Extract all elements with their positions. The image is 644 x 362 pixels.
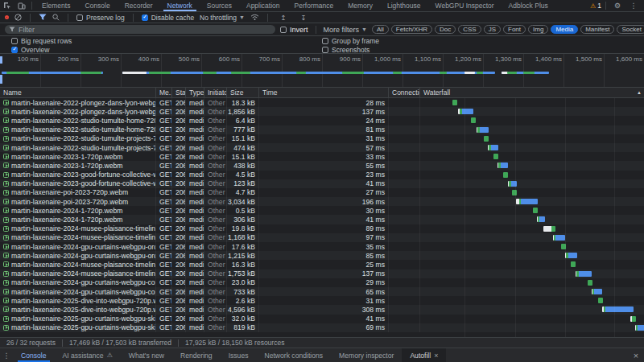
table-row[interactable]: martin-laxenaire-2024-gpu-curtains-webgp… [0, 242, 644, 251]
request-name: martin-laxenaire-2022-studio-tumulte-pro… [11, 134, 156, 142]
table-row[interactable]: martin-laxenaire-2024-1-720p.webmGET206m… [0, 215, 644, 224]
tab-recorder[interactable]: Recorder [118, 0, 160, 11]
network-conditions-icon[interactable] [250, 14, 259, 21]
filter-pill-js[interactable]: JS [484, 25, 501, 34]
table-row[interactable]: martin-laxenaire-2022-studio-tumulte-pro… [0, 143, 644, 152]
preserve-log-checkbox[interactable]: Preserve log [76, 14, 125, 22]
tab-adblock-plus[interactable]: Adblock Plus [502, 0, 555, 11]
table-row[interactable]: martin-laxenaire-2024-1-720p.webmGET206m… [0, 206, 644, 215]
table-row[interactable]: martin-laxenaire-2022-plongez-dans-lyon-… [0, 98, 644, 107]
tab-network[interactable]: Network [160, 0, 200, 11]
overview-checkbox[interactable]: Overview [11, 45, 72, 54]
header-name[interactable]: Name [0, 88, 156, 97]
table-row[interactable]: martin-laxenaire-2023-1-720p.webmGET206m… [0, 161, 644, 170]
table-row[interactable]: martin-laxenaire-2022-plongez-dans-lyon-… [0, 107, 644, 116]
header-connection[interactable]: Connectio... [389, 88, 420, 97]
drawer-more-tabs-icon[interactable]: ⋮ [0, 348, 13, 362]
settings-gear-icon[interactable]: ⚙ [610, 0, 625, 11]
throttling-select[interactable]: No throttling▼ [200, 14, 245, 22]
filter-pill-media[interactable]: Media [551, 25, 578, 34]
header-initiator[interactable]: Initiator [204, 88, 227, 97]
filter-pill-img[interactable]: Img [528, 25, 548, 34]
close-drawer-icon[interactable]: × [628, 348, 644, 362]
record-network-log-icon[interactable] [5, 15, 9, 19]
drawer-tab-console[interactable]: Console [13, 348, 55, 362]
filter-funnel-icon[interactable] [39, 14, 47, 21]
tab-application[interactable]: Application [239, 0, 287, 11]
table-row[interactable]: martin-laxenaire-2025-dive-into-webgpu-7… [0, 305, 644, 314]
drawer-tab-network-conditions[interactable]: Network conditions [256, 348, 331, 362]
filter-pill-socket[interactable]: Socket [617, 25, 644, 34]
inspect-element-icon[interactable] [0, 0, 14, 11]
drawer-tab-autofill[interactable]: Autofill× [402, 348, 446, 362]
header-method[interactable]: Me... [156, 88, 172, 97]
import-har-icon[interactable]: ↥ [276, 12, 291, 23]
screenshots-checkbox[interactable]: Screenshots [322, 45, 379, 54]
drawer-tab-what-s-new[interactable]: What's new [121, 348, 172, 362]
device-toolbar-icon[interactable] [14, 0, 29, 11]
filter-pill-all[interactable]: All [372, 25, 389, 34]
export-har-icon[interactable]: ↧ [296, 12, 311, 23]
table-row[interactable]: martin-laxenaire-2022-studio-tumulte-hom… [0, 116, 644, 125]
more-filters-dropdown[interactable]: More filters▼ [324, 26, 367, 34]
table-row[interactable]: martin-laxenaire-2025-dive-into-webgpu-7… [0, 296, 644, 305]
tab-console[interactable]: Console [77, 0, 117, 11]
header-size[interactable]: Size [227, 88, 259, 97]
table-row[interactable]: martin-laxenaire-2024-musee-plaisance-ti… [0, 233, 644, 242]
table-row[interactable]: martin-laxenaire-2024-gpu-curtains-webgp… [0, 278, 644, 287]
tab-lighthouse[interactable]: Lighthouse [380, 0, 428, 11]
tab-sources[interactable]: Sources [200, 0, 239, 11]
table-row[interactable]: martin-laxenaire-poi-2023-720p.webmGET20… [0, 188, 644, 197]
header-time[interactable]: Time [259, 88, 389, 97]
request-connection [389, 125, 420, 134]
drawer-tab-issues[interactable]: Issues [221, 348, 257, 362]
filter-pill-fetch-xhr[interactable]: Fetch/XHR [391, 25, 432, 34]
warning-badge[interactable]: ⚠1 [590, 2, 601, 10]
table-row[interactable]: martin-laxenaire-poi-2023-720p.webmGET20… [0, 197, 644, 206]
drawer-tab-ai-assistance[interactable]: AI assistance⚠ [55, 348, 121, 362]
group-by-frame-checkbox[interactable]: Group by frame [322, 36, 379, 45]
overview-handle[interactable] [0, 56, 2, 64]
close-icon[interactable]: × [434, 352, 438, 360]
waterfall-cell [420, 134, 644, 143]
table-row[interactable]: martin-laxenaire-2024-gpu-curtains-webgp… [0, 287, 644, 296]
table-row[interactable]: martin-laxenaire-2023-good-fortune-colle… [0, 171, 644, 179]
drawer-tab-rendering[interactable]: Rendering [172, 348, 221, 362]
search-icon[interactable] [52, 14, 60, 21]
overview-handle[interactable] [0, 75, 2, 84]
filter-pill-manifest[interactable]: Manifest [580, 25, 614, 34]
table-row[interactable]: martin-laxenaire-2024-musee-plaisance-ti… [0, 260, 644, 269]
table-row[interactable]: martin-laxenaire-2022-studio-tumulte-pro… [0, 134, 644, 143]
clear-network-log-icon[interactable] [14, 14, 22, 21]
filter-pill-font[interactable]: Font [503, 25, 526, 34]
tab-memory[interactable]: Memory [341, 0, 380, 11]
table-row[interactable]: martin-laxenaire-2024-gpu-curtains-webgp… [0, 251, 644, 260]
disable-cache-checkbox[interactable]: Disable cache [142, 14, 194, 22]
more-options-icon[interactable]: ⋮ [626, 0, 641, 11]
table-row[interactable]: martin-laxenaire-2025-gpu-curtains-webgp… [0, 323, 644, 332]
request-name: martin-laxenaire-2024-musee-plaisance-ti… [11, 224, 156, 232]
filter-pill-css[interactable]: CSS [458, 25, 481, 34]
table-row[interactable]: martin-laxenaire-2022-studio-tumulte-hom… [0, 125, 644, 134]
filter-pill-doc[interactable]: Doc [435, 25, 456, 34]
table-row[interactable]: martin-laxenaire-2023-1-720p.webmGET206m… [0, 152, 644, 161]
table-row[interactable]: martin-laxenaire-2023-good-fortune-colle… [0, 179, 644, 188]
tab-elements[interactable]: Elements [35, 0, 77, 11]
header-type[interactable]: Type [186, 88, 204, 97]
tab-performance[interactable]: Performance [287, 0, 341, 11]
table-row[interactable]: martin-laxenaire-2025-gpu-curtains-webgp… [0, 315, 644, 323]
header-waterfall[interactable]: Waterfall [420, 88, 644, 97]
table-row[interactable]: martin-laxenaire-2024-musee-plaisance-ti… [0, 269, 644, 278]
request-status: 206 [172, 278, 186, 287]
invert-checkbox[interactable]: Invert [280, 26, 308, 34]
header-status[interactable]: Sta... [172, 88, 186, 97]
timeline-gridline [322, 54, 323, 87]
filter-input[interactable]: Filter [5, 25, 275, 34]
request-initiator: Other [204, 215, 227, 224]
table-row[interactable]: martin-laxenaire-2024-musee-plaisance-ti… [0, 224, 644, 233]
big-request-rows-checkbox[interactable]: Big request rows [11, 36, 72, 45]
drawer-tab-memory-inspector[interactable]: Memory inspector [331, 348, 402, 362]
overview-timeline[interactable]: 100 ms200 ms300 ms400 ms500 ms600 ms700 … [0, 54, 644, 88]
request-type: media [186, 260, 204, 269]
tab-webgpu-inspector[interactable]: WebGPU Inspector [428, 0, 502, 11]
